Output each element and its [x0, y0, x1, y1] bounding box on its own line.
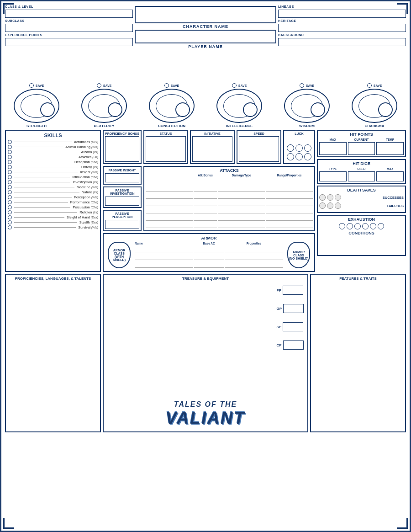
- proficiency-bonus-value[interactable]: [105, 136, 139, 162]
- hp-temp-value[interactable]: [376, 142, 404, 155]
- con-save-checkbox[interactable]: [164, 83, 169, 88]
- sp-input[interactable]: [283, 322, 303, 331]
- atk-name-4[interactable]: [146, 200, 193, 206]
- skill-checkbox-12[interactable]: [8, 200, 12, 204]
- atk-range-4[interactable]: [266, 200, 313, 206]
- armor-base-3[interactable]: [194, 261, 223, 268]
- atk-damage-7[interactable]: [218, 222, 265, 228]
- wis-save-bonus[interactable]: [311, 102, 325, 117]
- gp-input[interactable]: [283, 304, 304, 313]
- atk-damage-1[interactable]: [218, 178, 265, 184]
- atk-damage-2[interactable]: [218, 185, 265, 192]
- experience-input[interactable]: [5, 38, 133, 46]
- skill-checkbox-7[interactable]: [8, 175, 12, 179]
- con-save-bonus[interactable]: [175, 102, 190, 117]
- cha-save-checkbox[interactable]: [367, 83, 372, 88]
- armor-props-2[interactable]: [225, 254, 283, 260]
- armor-props-3[interactable]: [225, 261, 283, 268]
- atk-range-1[interactable]: [266, 178, 313, 184]
- class-level-input[interactable]: [5, 10, 133, 18]
- exhaust-circle-4[interactable]: [362, 223, 369, 229]
- initiative-value[interactable]: [192, 136, 232, 162]
- player-name-input[interactable]: [135, 30, 276, 43]
- luck-circle-1[interactable]: [287, 144, 294, 152]
- passive-investigation-value[interactable]: [105, 197, 139, 206]
- background-input[interactable]: [278, 38, 406, 46]
- exhaust-circle-2[interactable]: [347, 223, 353, 229]
- exhaust-circle-1[interactable]: [339, 223, 345, 229]
- armor-base-1[interactable]: [194, 246, 223, 252]
- luck-circle-2[interactable]: [295, 144, 303, 152]
- atk-damage-6[interactable]: [218, 214, 265, 221]
- atk-bonus-1[interactable]: [194, 178, 217, 184]
- passive-perception-value[interactable]: [105, 220, 139, 229]
- atk-bonus-3[interactable]: [194, 192, 217, 199]
- int-save-checkbox[interactable]: [232, 83, 237, 88]
- atk-name-6[interactable]: [146, 214, 193, 221]
- skill-checkbox-14[interactable]: [8, 210, 12, 214]
- hd-type-value[interactable]: [319, 171, 347, 181]
- atk-name-2[interactable]: [146, 185, 193, 192]
- skill-checkbox-3[interactable]: [8, 155, 12, 159]
- exhaust-circle-3[interactable]: [354, 223, 361, 229]
- str-save-checkbox[interactable]: [29, 83, 34, 88]
- dex-save-bonus[interactable]: [108, 102, 122, 117]
- wis-save-checkbox[interactable]: [300, 83, 304, 88]
- cha-save-bonus[interactable]: [378, 102, 393, 117]
- ds-success-2[interactable]: [327, 194, 333, 201]
- hp-current-value[interactable]: [348, 142, 375, 155]
- atk-range-2[interactable]: [266, 185, 313, 192]
- heritage-input[interactable]: [278, 24, 406, 32]
- proficiencies-content[interactable]: [8, 282, 98, 397]
- atk-range-3[interactable]: [266, 192, 313, 199]
- int-save-bonus[interactable]: [243, 102, 258, 117]
- skill-checkbox-6[interactable]: [8, 170, 12, 174]
- atk-bonus-4[interactable]: [194, 200, 217, 206]
- hp-max-value[interactable]: [319, 142, 347, 155]
- atk-range-5[interactable]: [266, 207, 313, 213]
- skill-checkbox-10[interactable]: [8, 190, 12, 194]
- exhaust-circle-5[interactable]: [370, 223, 376, 229]
- atk-bonus-6[interactable]: [194, 214, 217, 221]
- ds-failure-3[interactable]: [335, 202, 341, 209]
- ds-failure-2[interactable]: [327, 202, 333, 209]
- skill-checkbox-1[interactable]: [8, 145, 12, 149]
- speed-value[interactable]: [239, 136, 279, 162]
- skill-checkbox-0[interactable]: [8, 140, 12, 144]
- skill-checkbox-9[interactable]: [8, 185, 12, 189]
- character-name-input[interactable]: [135, 6, 276, 23]
- armor-base-2[interactable]: [194, 254, 223, 260]
- ds-failure-1[interactable]: [319, 202, 326, 209]
- pp-input[interactable]: [283, 286, 303, 295]
- skill-checkbox-8[interactable]: [8, 180, 12, 184]
- armor-props-1[interactable]: [225, 246, 283, 252]
- passive-insight-value[interactable]: [105, 173, 139, 182]
- skill-checkbox-17[interactable]: [8, 225, 12, 229]
- skill-checkbox-11[interactable]: [8, 195, 12, 199]
- atk-name-7[interactable]: [146, 222, 193, 228]
- luck-circle-3[interactable]: [304, 144, 311, 152]
- atk-range-6[interactable]: [266, 214, 313, 221]
- skill-checkbox-4[interactable]: [8, 160, 12, 164]
- atk-bonus-5[interactable]: [194, 207, 217, 213]
- skill-checkbox-5[interactable]: [8, 165, 12, 169]
- conditions-area[interactable]: [319, 235, 404, 254]
- skill-checkbox-15[interactable]: [8, 215, 12, 219]
- treasure-content[interactable]: [105, 282, 306, 397]
- ds-success-1[interactable]: [319, 194, 326, 201]
- atk-bonus-7[interactable]: [194, 222, 217, 228]
- lineage-input[interactable]: [278, 10, 406, 18]
- atk-range-7[interactable]: [266, 222, 313, 228]
- armor-name-1[interactable]: [135, 246, 193, 252]
- atk-name-1[interactable]: [146, 178, 193, 184]
- skill-checkbox-16[interactable]: [8, 220, 12, 224]
- atk-damage-3[interactable]: [218, 192, 265, 199]
- atk-name-3[interactable]: [146, 192, 193, 199]
- armor-name-2[interactable]: [135, 254, 193, 260]
- status-value[interactable]: [146, 136, 186, 162]
- subclass-input[interactable]: [5, 24, 133, 32]
- atk-bonus-2[interactable]: [194, 185, 217, 192]
- luck-circle-5[interactable]: [295, 153, 303, 160]
- luck-circle-4[interactable]: [287, 153, 294, 160]
- str-save-bonus[interactable]: [40, 102, 55, 117]
